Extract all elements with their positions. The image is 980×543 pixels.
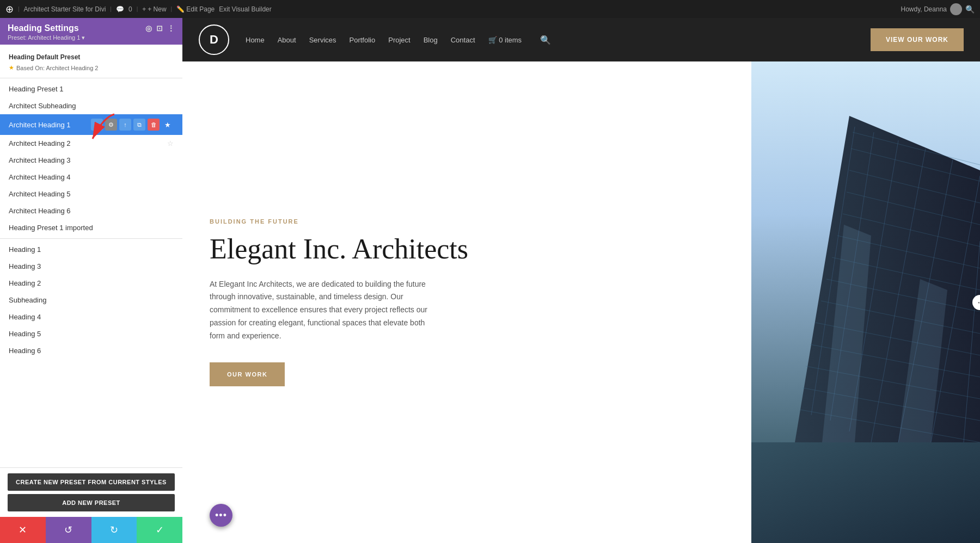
add-preset-button[interactable]: ADD NEW PRESET	[8, 494, 175, 511]
exit-vb-button[interactable]: Exit Visual Builder	[219, 5, 272, 13]
left-panel: Heading Settings ◎ ⊡ ⋮ Preset: Architect…	[0, 18, 182, 543]
hero-section: BUILDING THE FUTURE Elegant Inc. Archite…	[182, 61, 980, 543]
preset-item-subheading[interactable]: Subheading	[0, 292, 182, 308]
pencil-icon: ✏️	[176, 5, 185, 13]
nav-about[interactable]: About	[278, 36, 296, 44]
based-on-text: Based On: Architect Heading 2	[16, 65, 98, 71]
preset-item-heading-3[interactable]: Heading 3	[0, 258, 182, 275]
cancel-button[interactable]: ✕	[0, 517, 46, 543]
preset-item-architect-heading-5[interactable]: Architect Heading 5	[0, 186, 182, 202]
preset-item-architect-heading-4[interactable]: Architect Heading 4	[0, 169, 182, 186]
preset-item-heading-2[interactable]: Heading 2	[0, 275, 182, 292]
preset-item-architect-subheading[interactable]: Architect Subheading	[0, 97, 182, 114]
site-name[interactable]: Architect Starter Site for Divi	[24, 5, 106, 13]
preset-label: Architect Heading 5	[9, 190, 174, 198]
preset-label: Heading Preset 1	[9, 85, 174, 93]
default-preset-header: Heading Default Preset	[0, 49, 182, 63]
preset-star: ☆	[167, 139, 174, 147]
panel-preset-line[interactable]: Preset: Architect Heading 1 ▾	[8, 34, 175, 41]
hero-cta-button[interactable]: OUR WORK	[210, 362, 285, 386]
redo-icon: ↻	[110, 524, 118, 536]
new-button[interactable]: + + New	[142, 5, 166, 13]
nav-cart[interactable]: 🛒 0 items	[488, 36, 522, 44]
nav-blog[interactable]: Blog	[424, 36, 438, 44]
star-preset-button[interactable]: ★	[162, 119, 174, 131]
preset-divider-2	[0, 238, 182, 239]
admin-bar: ⊕ | Architect Starter Site for Divi | 💬 …	[0, 0, 980, 18]
hero-body-text: At Elegant Inc Architects, we are dedica…	[210, 278, 438, 343]
hero-subheading: BUILDING THE FUTURE	[210, 218, 724, 225]
default-preset-label: Heading Default Preset	[9, 53, 80, 61]
preset-item-heading-1[interactable]: Heading 1	[0, 241, 182, 258]
undo-button[interactable]: ↺	[46, 517, 91, 543]
main-layout: Heading Settings ◎ ⊡ ⋮ Preset: Architect…	[0, 18, 980, 543]
preset-item-architect-heading-3[interactable]: Architect Heading 3	[0, 152, 182, 169]
edit-preset-button[interactable]: ✏	[91, 119, 103, 131]
duplicate-preset-button[interactable]: ⧉	[133, 119, 145, 131]
create-preset-button[interactable]: CREATE NEW PRESET FROM CURRENT STYLES	[8, 473, 175, 491]
preset-label: Architect Subheading	[9, 102, 174, 110]
preset-list-container: Heading Default Preset ★ Based On: Archi…	[0, 45, 182, 467]
preset-label: Architect Heading 1	[9, 121, 88, 129]
logo-letter: D	[210, 33, 218, 47]
fab-button[interactable]: •••	[210, 504, 232, 527]
preset-label: Heading 6	[9, 347, 174, 355]
nav-home[interactable]: Home	[246, 36, 265, 44]
comment-icon: 💬	[116, 5, 124, 13]
preset-item-heading-5[interactable]: Heading 5	[0, 325, 182, 342]
panel-icon-more[interactable]: ⋮	[167, 24, 175, 33]
panel-title-icons: ◎ ⊡ ⋮	[145, 24, 175, 33]
preset-label: Heading Preset 1 imported	[9, 224, 174, 232]
search-icon-bar[interactable]: 🔍	[965, 5, 975, 14]
preset-label: Heading 2	[9, 279, 174, 287]
preset-divider-1	[0, 78, 182, 78]
panel-icon-target[interactable]: ◎	[145, 24, 152, 33]
panel-title-text: Heading Settings	[8, 23, 79, 33]
nav-portfolio[interactable]: Portfolio	[350, 36, 376, 44]
preset-item-architect-heading-6[interactable]: Architect Heading 6	[0, 202, 182, 219]
panel-bottom-bar: ✕ ↺ ↻ ✓	[0, 517, 182, 543]
export-preset-button[interactable]: ↑	[119, 119, 131, 131]
preset-item-heading-4[interactable]: Heading 4	[0, 308, 182, 325]
preset-label: Heading 5	[9, 330, 174, 338]
preset-item-architect-heading-1[interactable]: Architect Heading 1 ✏ ⚙ ↑ ⧉ 🗑 ★	[0, 114, 182, 135]
save-button[interactable]: ✓	[137, 517, 182, 543]
preset-label: Architect Heading 4	[9, 173, 174, 181]
save-icon: ✓	[156, 524, 164, 536]
preset-item-architect-heading-2[interactable]: Architect Heading 2 ☆	[0, 135, 182, 152]
edit-page-button[interactable]: ✏️ Edit Page	[176, 5, 215, 13]
nav-links: Home About Services Portfolio Project Bl…	[246, 35, 551, 45]
nav-search-icon[interactable]: 🔍	[540, 35, 551, 45]
user-info: Howdy, Deanna 🔍	[901, 3, 975, 15]
howdy-label: Howdy, Deanna	[901, 5, 947, 13]
fab-dots-icon: •••	[215, 510, 227, 521]
settings-preset-button[interactable]: ⚙	[105, 119, 117, 131]
preset-label: Heading 4	[9, 313, 174, 321]
nav-project[interactable]: Project	[388, 36, 410, 44]
nav-cta-button[interactable]: VIEW OUR WORK	[871, 28, 964, 51]
preset-action-icons: ✏ ⚙ ↑ ⧉ 🗑 ★	[91, 119, 174, 131]
avatar	[950, 3, 962, 15]
hero-text-column: BUILDING THE FUTURE Elegant Inc. Archite…	[182, 61, 751, 543]
site-preview: D Home About Services Portfolio Project …	[182, 18, 980, 543]
undo-icon: ↺	[64, 524, 72, 536]
panel-header: Heading Settings ◎ ⊡ ⋮ Preset: Architect…	[0, 18, 182, 45]
preset-item-heading-preset-1[interactable]: Heading Preset 1	[0, 81, 182, 97]
panel-title-bar: Heading Settings ◎ ⊡ ⋮	[8, 23, 175, 33]
preset-label: Heading 1	[9, 245, 174, 254]
redo-button[interactable]: ↻	[91, 517, 137, 543]
preset-label: Heading 3	[9, 262, 174, 270]
hero-image-column	[751, 61, 980, 543]
preset-item-heading-preset-1-imported[interactable]: Heading Preset 1 imported	[0, 219, 182, 236]
nav-services[interactable]: Services	[309, 36, 336, 44]
plus-icon: +	[142, 5, 146, 13]
panel-preset-label: Preset: Architect Heading 1 ▾	[8, 34, 85, 41]
comment-count[interactable]: 0	[128, 5, 132, 13]
panel-icon-layout[interactable]: ⊡	[156, 24, 163, 33]
preset-item-heading-6[interactable]: Heading 6	[0, 342, 182, 359]
admin-bar-separator: |	[18, 6, 20, 12]
nav-contact[interactable]: Contact	[451, 36, 475, 44]
delete-preset-button[interactable]: 🗑	[148, 119, 160, 131]
preset-label: Architect Heading 2	[9, 139, 167, 147]
based-on-star: ★	[9, 64, 14, 71]
